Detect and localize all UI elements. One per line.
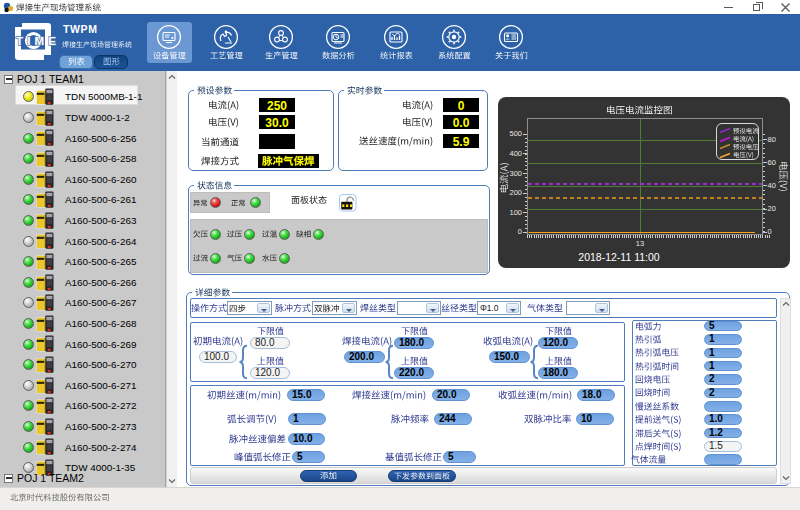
svg-text:TIME: TIME bbox=[16, 35, 56, 47]
